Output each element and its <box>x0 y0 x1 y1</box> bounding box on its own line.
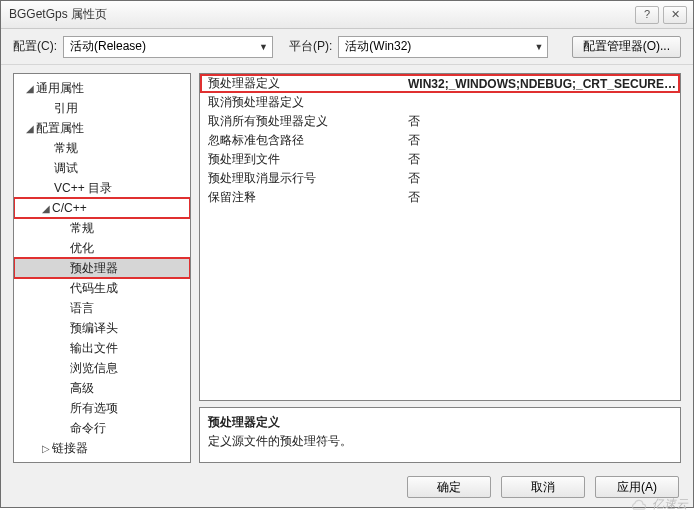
configuration-manager-button[interactable]: 配置管理器(O)... <box>572 36 681 58</box>
grid-row-suppress-line[interactable]: 预处理取消显示行号 否 <box>200 169 680 188</box>
tree-item-linker[interactable]: ▷链接器 <box>14 438 190 458</box>
tree-item-cc-pch[interactable]: 预编译头 <box>14 318 190 338</box>
apply-button[interactable]: 应用(A) <box>595 476 679 498</box>
tree-item-cc-all[interactable]: 所有选项 <box>14 398 190 418</box>
tree-item-cc[interactable]: ◢C/C++ <box>14 198 190 218</box>
grid-row-preproc-defs[interactable]: 预处理器定义 WIN32;_WINDOWS;NDEBUG;_CRT_SECURE… <box>200 74 680 93</box>
ok-button[interactable]: 确定 <box>407 476 491 498</box>
cancel-button[interactable]: 取消 <box>501 476 585 498</box>
tree-item-cc-browse[interactable]: 浏览信息 <box>14 358 190 378</box>
property-page-dialog: BGGetGps 属性页 ? ✕ 配置(C): 活动(Release) ▼ 平台… <box>0 0 694 508</box>
chevron-down-icon: ▼ <box>534 42 543 52</box>
property-grid[interactable]: 预处理器定义 WIN32;_WINDOWS;NDEBUG;_CRT_SECURE… <box>199 73 681 401</box>
tree-panel[interactable]: ◢通用属性 引用 ◢配置属性 常规 调试 VC++ 目录 ◢C/C++ 常规 优… <box>13 73 191 463</box>
toolbar: 配置(C): 活动(Release) ▼ 平台(P): 活动(Win32) ▼ … <box>1 29 693 65</box>
tree-item-cc-advanced[interactable]: 高级 <box>14 378 190 398</box>
help-button[interactable]: ? <box>635 6 659 24</box>
right-column: 预处理器定义 WIN32;_WINDOWS;NDEBUG;_CRT_SECURE… <box>199 73 681 463</box>
dialog-body: ◢通用属性 引用 ◢配置属性 常规 调试 VC++ 目录 ◢C/C++ 常规 优… <box>1 65 693 467</box>
grid-row-undef[interactable]: 取消预处理器定义 <box>200 93 680 112</box>
grid-row-ignore-std-inc[interactable]: 忽略标准包含路径 否 <box>200 131 680 150</box>
tree-item-cc-lang[interactable]: 语言 <box>14 298 190 318</box>
grid-row-undef-all[interactable]: 取消所有预处理器定义 否 <box>200 112 680 131</box>
tree-item-cc-preproc[interactable]: 预处理器 <box>14 258 190 278</box>
platform-label: 平台(P): <box>289 38 332 55</box>
tree-item-debug[interactable]: 调试 <box>14 158 190 178</box>
platform-value: 活动(Win32) <box>345 38 411 55</box>
grid-row-preproc-to-file[interactable]: 预处理到文件 否 <box>200 150 680 169</box>
grid-row-keep-comments[interactable]: 保留注释 否 <box>200 188 680 207</box>
configuration-combo[interactable]: 活动(Release) ▼ <box>63 36 273 58</box>
tree-item-config[interactable]: ◢配置属性 <box>14 118 190 138</box>
tree-item-cc-outfiles[interactable]: 输出文件 <box>14 338 190 358</box>
footer: 确定 取消 应用(A) <box>1 467 693 507</box>
tree-item-general[interactable]: 常规 <box>14 138 190 158</box>
tree-item-reference[interactable]: 引用 <box>14 98 190 118</box>
chevron-down-icon: ▼ <box>259 42 268 52</box>
tree-item-cc-codegen[interactable]: 代码生成 <box>14 278 190 298</box>
titlebar: BGGetGps 属性页 ? ✕ <box>1 1 693 29</box>
description-panel: 预处理器定义 定义源文件的预处理符号。 <box>199 407 681 463</box>
tree-item-manifest[interactable]: ▷清单工具 <box>14 458 190 463</box>
tree-item-cc-opt[interactable]: 优化 <box>14 238 190 258</box>
configuration-value: 活动(Release) <box>70 38 146 55</box>
description-text: 定义源文件的预处理符号。 <box>208 433 672 450</box>
window-title: BGGetGps 属性页 <box>9 6 631 23</box>
configuration-label: 配置(C): <box>13 38 57 55</box>
close-button[interactable]: ✕ <box>663 6 687 24</box>
tree-item-common[interactable]: ◢通用属性 <box>14 78 190 98</box>
platform-combo[interactable]: 活动(Win32) ▼ <box>338 36 548 58</box>
tree-item-vcdirs[interactable]: VC++ 目录 <box>14 178 190 198</box>
tree-item-cc-general[interactable]: 常规 <box>14 218 190 238</box>
description-title: 预处理器定义 <box>208 414 672 431</box>
tree-item-cc-cmdline[interactable]: 命令行 <box>14 418 190 438</box>
